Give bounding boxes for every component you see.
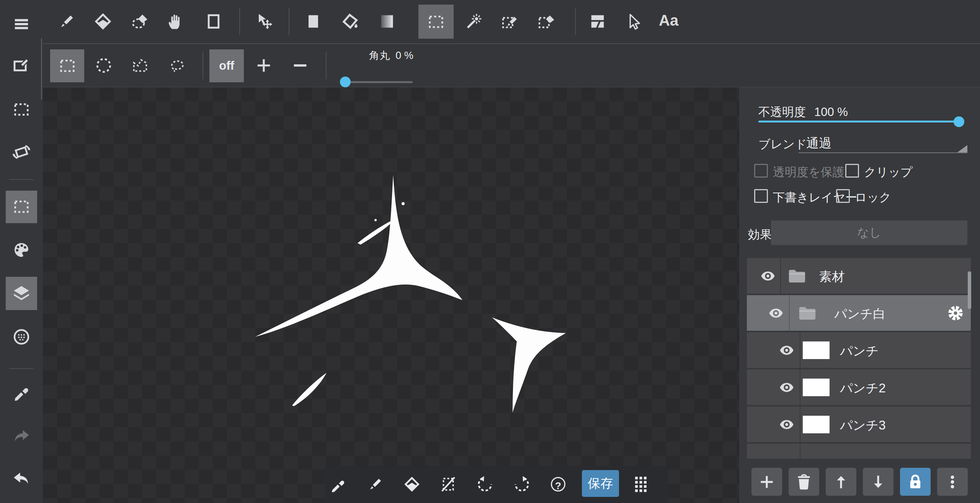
layer-list-scrollbar[interactable] bbox=[968, 271, 971, 309]
polygon-select-icon bbox=[131, 56, 149, 75]
cursor-tool-button[interactable] bbox=[624, 12, 642, 31]
toolbar-divider bbox=[239, 8, 240, 35]
materials-button[interactable] bbox=[12, 328, 31, 346]
help-button[interactable]: ? bbox=[551, 477, 565, 492]
pencil-icon bbox=[367, 476, 384, 493]
pencil-tool-button[interactable] bbox=[58, 12, 76, 31]
corner-unit: % bbox=[404, 50, 413, 61]
lasso-eraser-icon bbox=[131, 12, 149, 31]
drawing-canvas[interactable]: ? 保存 bbox=[43, 87, 740, 503]
select-tool-button[interactable] bbox=[418, 5, 454, 39]
layer-row-sozai[interactable]: 素材 bbox=[747, 258, 971, 294]
slider-track bbox=[758, 121, 959, 122]
lock-checkbox[interactable] bbox=[836, 189, 850, 203]
text-tool-button[interactable]: Aa bbox=[657, 11, 681, 29]
select-panel-button[interactable] bbox=[12, 100, 31, 119]
gradient-tool-button[interactable] bbox=[378, 12, 396, 31]
rotate-canvas-button[interactable] bbox=[12, 143, 31, 161]
layer-properties-panel: 不透明度100 % ブレンド 通過 透明度を保護 クリップ 下書きレイヤー ロッ… bbox=[740, 87, 980, 503]
layer-name: パンチ白 bbox=[834, 305, 885, 323]
dropdown-triangle-icon bbox=[957, 145, 967, 152]
layer-more-options-button[interactable] bbox=[937, 468, 968, 496]
layer-name: 素材 bbox=[819, 268, 844, 286]
lasso-eraser-tool-button[interactable] bbox=[131, 12, 149, 31]
quick-redo-button[interactable] bbox=[513, 476, 530, 493]
layer-settings-gear-icon[interactable] bbox=[947, 305, 964, 322]
ellipse-select-icon bbox=[95, 56, 113, 75]
eraser-tool-button[interactable] bbox=[94, 12, 112, 31]
selection-tool-button[interactable] bbox=[12, 198, 31, 216]
layer-row-punch[interactable]: パンチ bbox=[747, 332, 971, 368]
hand-tool-button[interactable] bbox=[166, 12, 184, 31]
toolbar-divider bbox=[326, 52, 327, 79]
protect-alpha-checkbox[interactable] bbox=[754, 164, 768, 178]
add-layer-button[interactable] bbox=[751, 468, 782, 496]
quick-undo-button[interactable] bbox=[477, 476, 493, 493]
opacity-slider[interactable] bbox=[758, 116, 959, 127]
vertical-dots-icon bbox=[944, 473, 961, 491]
selection-rect-icon bbox=[12, 198, 31, 216]
ellipse-select-shape-button[interactable] bbox=[95, 56, 113, 75]
corner-label-text: 角丸 bbox=[369, 50, 390, 61]
eye-column bbox=[747, 332, 800, 368]
panel-divide-tool-button[interactable] bbox=[588, 12, 607, 31]
effect-select-button[interactable]: なし bbox=[771, 220, 967, 245]
lock-layer-button[interactable] bbox=[900, 468, 931, 496]
undo-button[interactable] bbox=[12, 470, 31, 488]
sidebar-scrollbar[interactable] bbox=[41, 38, 42, 100]
layer-row-partial[interactable] bbox=[747, 444, 971, 459]
add-selection-button[interactable] bbox=[255, 56, 273, 75]
quick-eyedropper-button[interactable] bbox=[330, 476, 346, 493]
menu-button[interactable] bbox=[12, 15, 31, 33]
selection-off-button[interactable]: off bbox=[209, 49, 244, 82]
quick-eraser-button[interactable] bbox=[403, 476, 420, 493]
layer-row-punch-white[interactable]: パンチ白 bbox=[747, 295, 971, 331]
save-button[interactable]: 保存 bbox=[582, 470, 619, 497]
select-pen-icon bbox=[501, 12, 519, 31]
deselect-button[interactable] bbox=[440, 476, 457, 493]
lock-label: ロック bbox=[855, 189, 891, 206]
toolbar-divider bbox=[203, 52, 203, 79]
subtract-selection-button[interactable] bbox=[291, 56, 309, 75]
quick-pencil-button[interactable] bbox=[367, 476, 384, 493]
filled-square-icon bbox=[304, 12, 322, 31]
frame-tool-button[interactable] bbox=[204, 12, 223, 31]
clip-checkbox[interactable] bbox=[845, 164, 859, 178]
move-layer-up-button[interactable] bbox=[826, 468, 856, 496]
move-tool-button[interactable] bbox=[255, 12, 274, 31]
deselect-icon bbox=[440, 476, 457, 493]
layer-name: パンチ2 bbox=[840, 380, 886, 397]
blend-mode-select[interactable]: 通過 bbox=[799, 134, 967, 153]
rect-select-shape-button[interactable] bbox=[50, 49, 84, 82]
folder-icon bbox=[787, 268, 807, 284]
polygon-select-shape-button[interactable] bbox=[131, 56, 149, 75]
color-palette-button[interactable] bbox=[12, 241, 31, 259]
new-canvas-button[interactable] bbox=[12, 56, 31, 75]
layer-row-punch2[interactable]: パンチ2 bbox=[747, 369, 971, 405]
move-layer-down-button[interactable] bbox=[863, 468, 893, 496]
layer-row-punch3[interactable]: パンチ3 bbox=[747, 407, 971, 442]
corner-value: 0 bbox=[395, 50, 401, 61]
redo-button[interactable] bbox=[12, 427, 31, 446]
eyedropper-button[interactable] bbox=[12, 383, 31, 401]
delete-layer-button[interactable] bbox=[789, 468, 819, 496]
corner-radius-slider[interactable] bbox=[341, 76, 413, 88]
magic-wand-tool-button[interactable] bbox=[465, 12, 483, 31]
sidebar-divider bbox=[9, 368, 34, 369]
select-eraser-tool-button[interactable] bbox=[537, 12, 555, 31]
grid-menu-button[interactable] bbox=[632, 476, 649, 493]
material-globe-icon bbox=[12, 328, 31, 346]
paint-bucket-icon bbox=[341, 12, 360, 31]
layers-panel-button[interactable] bbox=[12, 284, 31, 302]
bucket-tool-button[interactable] bbox=[341, 12, 360, 31]
draft-layer-checkbox[interactable] bbox=[754, 189, 768, 203]
slider-knob[interactable] bbox=[340, 77, 351, 87]
lasso-select-shape-button[interactable] bbox=[168, 56, 186, 75]
effect-label: 効果 bbox=[748, 227, 772, 243]
rotate-icon bbox=[12, 143, 31, 161]
layer-thumbnail bbox=[803, 416, 830, 433]
layers-icon bbox=[12, 284, 31, 302]
select-pen-tool-button[interactable] bbox=[501, 12, 519, 31]
slider-knob[interactable] bbox=[954, 116, 964, 127]
fill-rect-tool-button[interactable] bbox=[304, 12, 322, 31]
